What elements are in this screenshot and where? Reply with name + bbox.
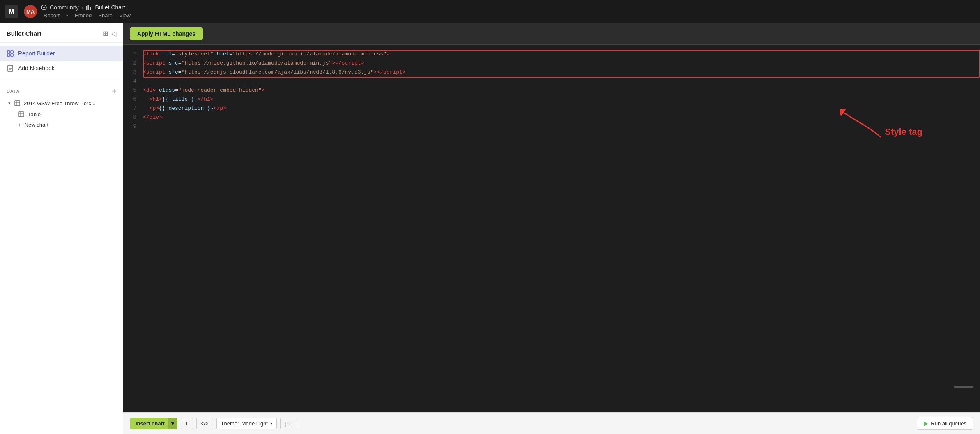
svg-rect-13 — [15, 101, 20, 106]
app-logo[interactable]: M — [5, 5, 18, 18]
sidebar-header-icons: ⊞ ◁ — [103, 30, 116, 37]
insert-chart-button[interactable]: Insert chart ▾ — [130, 418, 177, 429]
sidebar-title: Bullet Chart — [7, 30, 41, 37]
sidebar-divider — [0, 81, 123, 81]
line-num-6: 6 — [123, 95, 143, 104]
apply-html-button[interactable]: Apply HTML changes — [130, 27, 203, 40]
sidebar-item-add-notebook[interactable]: Add Notebook — [0, 61, 123, 76]
line-num-3: 3 — [123, 68, 143, 77]
nav-embed[interactable]: Embed — [72, 12, 94, 19]
run-icon: ▶ — [924, 420, 928, 427]
run-label: Run all queries — [931, 420, 966, 427]
code-line-7: 7 <p>{{ description }}</p> — [123, 104, 980, 113]
svg-rect-8 — [11, 54, 13, 56]
sidebar-nav: Report Builder Add Notebook — [0, 43, 123, 79]
code-line-2: 2 <script src="https://mode.github.io/al… — [123, 59, 980, 68]
svg-rect-3 — [88, 5, 89, 10]
dataset-item[interactable]: ▾ 2014 GSW Free Throw Perc... — [7, 97, 116, 109]
main-layout: Bullet Chart ⊞ ◁ Report Builder Add Note… — [0, 23, 980, 434]
theme-value: Mode Light — [242, 420, 268, 427]
line-content-8[interactable]: </div> — [143, 113, 162, 122]
code-line-9: 9 — [123, 122, 980, 131]
code-line-6: 6 <h1>{{ title }}</h1> — [123, 95, 980, 104]
nav-share[interactable]: Share — [96, 12, 115, 19]
bottom-toolbar: Insert chart ▾ T </> Theme: Mode Light ▾… — [123, 412, 980, 434]
line-num-2: 2 — [123, 59, 143, 68]
insert-chart-dropdown-caret[interactable]: ▾ — [168, 418, 177, 429]
line-content-5[interactable]: <div class="mode-header embed-hidden"> — [143, 86, 265, 95]
report-builder-label: Report Builder — [18, 50, 55, 57]
add-notebook-label: Add Notebook — [18, 65, 55, 72]
scrollbar-hint — [954, 386, 973, 388]
new-chart-add-icon: + — [18, 122, 21, 128]
navbar: M MA Community › Bullet Chart Report▾ Em… — [0, 0, 980, 23]
svg-rect-7 — [7, 54, 10, 56]
run-all-queries-button[interactable]: ▶ Run all queries — [917, 417, 973, 430]
svg-point-1 — [43, 7, 45, 8]
insert-chart-label: Insert chart — [136, 420, 165, 427]
table-label: Table — [28, 111, 41, 118]
editor-area: Apply HTML changes 1 <link rel="styleshe… — [123, 23, 980, 434]
table-icon — [18, 111, 25, 118]
dataset-children: Table + New chart — [7, 109, 116, 130]
code-line-8: 8 </div> — [123, 113, 980, 122]
collapse-icon[interactable]: ◁ — [111, 30, 116, 37]
svg-rect-17 — [19, 112, 24, 117]
user-avatar[interactable]: MA — [24, 5, 37, 18]
code-line-1: 1 <link rel="stylesheet" href="https://m… — [123, 50, 980, 59]
dataset-label: 2014 GSW Free Throw Perc... — [24, 100, 96, 106]
text-format-button[interactable]: T — [181, 418, 193, 429]
expand-button[interactable]: |↔| — [280, 418, 297, 429]
data-section-label: DATA — [7, 89, 20, 94]
notebook-icon — [7, 65, 14, 72]
dataset-icon — [14, 100, 21, 106]
code-line-5: 5 <div class="mode-header embed-hidden"> — [123, 86, 980, 95]
code-format-button[interactable]: </> — [196, 418, 213, 429]
line-content-3[interactable]: <script src="https://cdnjs.cloudflare.co… — [143, 68, 406, 77]
sub-nav: Report▾ Embed Share View — [41, 12, 133, 19]
code-line-4: 4 — [123, 77, 980, 86]
line-num-7: 7 — [123, 104, 143, 113]
code-editor[interactable]: 1 <link rel="stylesheet" href="https://m… — [123, 45, 980, 412]
data-section: DATA + ▾ 2014 GSW Free Throw Perc... Tab… — [0, 83, 123, 132]
theme-selector[interactable]: Theme: Mode Light ▾ — [216, 418, 277, 429]
nav-view[interactable]: View — [117, 12, 133, 19]
editor-toolbar: Apply HTML changes — [123, 23, 980, 45]
community-icon: Community — [41, 4, 79, 11]
report-builder-icon — [7, 50, 14, 57]
grid-icon[interactable]: ⊞ — [103, 30, 108, 37]
line-num-5: 5 — [123, 86, 143, 95]
breadcrumb-separator: › — [81, 4, 83, 11]
table-item[interactable]: Table — [16, 109, 116, 120]
svg-rect-6 — [11, 51, 13, 53]
line-content-7[interactable]: <p>{{ description }}</p> — [143, 104, 226, 113]
sidebar-item-report-builder[interactable]: Report Builder — [0, 46, 123, 61]
report-dropdown-arrow: ▾ — [64, 12, 71, 18]
nav-report[interactable]: Report — [41, 12, 62, 19]
new-chart-label: New chart — [25, 122, 49, 128]
svg-rect-5 — [7, 51, 10, 53]
breadcrumb: Community › Bullet Chart — [41, 4, 133, 11]
theme-dropdown-arrow: ▾ — [270, 421, 272, 426]
code-line-3: 3 <script src="https://cdnjs.cloudflare.… — [123, 68, 980, 77]
sidebar: Bullet Chart ⊞ ◁ Report Builder Add Note… — [0, 23, 123, 434]
line-num-9: 9 — [123, 122, 143, 131]
line-content-6[interactable]: <h1>{{ title }}</h1> — [143, 95, 214, 104]
line-num-4: 4 — [123, 77, 143, 86]
svg-rect-4 — [90, 7, 91, 10]
community-link[interactable]: Community — [50, 4, 79, 11]
page-title: Bullet Chart — [95, 4, 125, 11]
add-data-button[interactable]: + — [112, 88, 116, 95]
svg-rect-2 — [86, 6, 87, 10]
new-chart-item[interactable]: + New chart — [16, 120, 116, 130]
line-content-1[interactable]: <link rel="stylesheet" href="https://mod… — [143, 50, 390, 59]
navbar-left: Community › Bullet Chart Report▾ Embed S… — [41, 4, 133, 19]
theme-label: Theme: — [221, 420, 239, 427]
line-num-8: 8 — [123, 113, 143, 122]
line-num-1: 1 — [123, 50, 143, 59]
line-content-2[interactable]: <script src="https://mode.github.io/alam… — [143, 59, 364, 68]
chart-icon — [85, 5, 92, 10]
data-section-header: DATA + — [7, 88, 116, 95]
sidebar-header: Bullet Chart ⊞ ◁ — [0, 23, 123, 43]
dataset-chevron: ▾ — [8, 101, 11, 106]
